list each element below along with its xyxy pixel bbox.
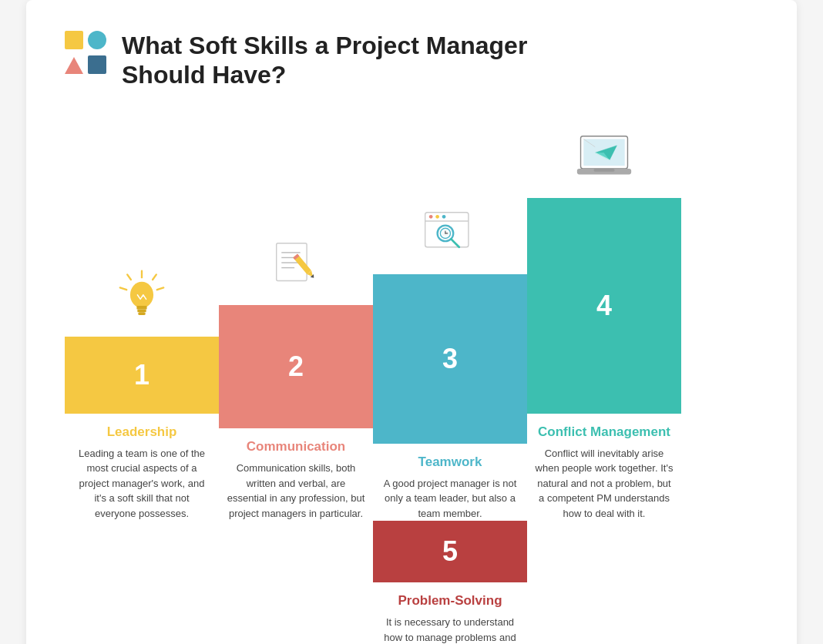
svg-line-1 [153,274,156,280]
step-4-desc: Conflict will inevitably arise when peop… [535,446,674,522]
step-2-info: Communication Communication skills, both… [219,428,373,521]
svg-point-20 [428,215,432,219]
step-2-label: Communication [227,439,365,454]
step-2-block: 2 [219,305,373,428]
document-icon [271,228,321,297]
svg-line-4 [127,274,131,280]
step-3-block: 3 [373,274,527,444]
page-title: What Soft Skills a Project Manager Shoul… [122,31,527,90]
step-5-label: Problem-Solving [381,593,519,609]
step-1-info: Leadership Leading a team is one of the … [65,414,219,522]
svg-point-22 [442,215,445,219]
step-1-col: 1 Leadership Leading a team is one of th… [65,260,219,522]
svg-line-2 [157,287,163,290]
svg-point-5 [130,282,153,308]
step-1-desc: Leading a team is one of the most crucia… [72,446,211,522]
step-5-section: 5 Problem-Solving It is necessary to und… [373,521,527,644]
step-4-col: 4 Conflict Management Conflict will inev… [527,121,681,522]
step-1-label: Leadership [72,424,211,440]
laptop-icon [573,121,635,190]
step-3-label: Teamwork [381,454,519,470]
step-2-desc: Communication skills, both written and v… [227,461,365,521]
step-2-col: 2 Communication Communication skills, bo… [219,228,373,521]
step-5-block: 5 [373,521,527,582]
step-4-block: 4 [527,198,681,414]
svg-rect-36 [593,169,614,172]
main-card: What Soft Skills a Project Manager Shoul… [26,0,797,644]
search-icon [422,197,479,267]
svg-line-3 [120,287,126,290]
staircase: 1 Leadership Leading a team is one of th… [65,121,758,522]
svg-rect-6 [136,306,146,310]
step-3-desc: A good project manager is not only a tea… [381,476,519,522]
step-4-info: Conflict Management Conflict will inevit… [527,414,681,522]
svg-point-21 [435,215,439,219]
step-3-info: Teamwork A good project manager is not o… [373,444,527,522]
step-5-info: Problem-Solving It is necessary to under… [373,582,527,644]
logo-blue-circle [88,31,106,49]
bottom-spacer [65,521,373,644]
bottom-row: 5 Problem-Solving It is necessary to und… [65,521,758,644]
step-4-label: Conflict Management [535,424,674,440]
logo-dark-square [88,55,106,74]
logo-icon [65,31,108,74]
logo-yellow-square [65,31,83,49]
step-1-block: 1 [65,337,219,414]
lightbulb-icon [115,260,169,329]
logo-pink-triangle [65,57,83,74]
step-3-col: 3 Teamwork A good project manager is not… [373,197,527,522]
step-5-desc: It is necessary to understand how to man… [381,615,519,644]
svg-rect-8 [138,312,145,315]
right-spacer [527,521,681,644]
svg-rect-7 [137,309,146,312]
header: What Soft Skills a Project Manager Shoul… [65,31,758,90]
